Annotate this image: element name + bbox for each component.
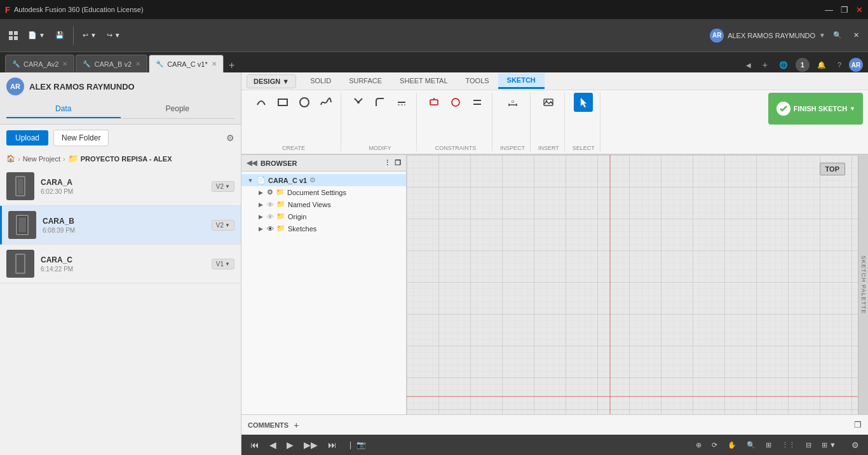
trim-tool[interactable] bbox=[349, 93, 368, 112]
tree-expand-sketches[interactable]: ▶ bbox=[257, 225, 264, 233]
settings-gear-button[interactable]: ⚙ bbox=[849, 439, 862, 451]
file-version-cara-b[interactable]: V2 ▼ bbox=[212, 220, 234, 231]
constraint-tool-1[interactable] bbox=[424, 93, 444, 112]
help-button[interactable]: ? bbox=[834, 58, 845, 71]
browser-header: ◀◀ BROWSER ⋮ ❐ bbox=[241, 155, 406, 172]
canvas-area[interactable]: 375 250 125 -125 -250 -250 -125 bbox=[407, 155, 858, 414]
app-container: 📄 ▼ 💾 ↩ ▼ ↪ ▼ AR ALEX RAMOS RAYMUNDO ▼ 🔍… bbox=[0, 19, 868, 455]
tab-new-button[interactable]: + bbox=[759, 57, 771, 72]
finish-sketch-label: FINISH SKETCH bbox=[794, 105, 847, 112]
file-item-cara-b[interactable]: CARA_B 6:08:39 PM V2 ▼ bbox=[0, 206, 241, 245]
constraint-equal[interactable] bbox=[468, 93, 487, 112]
finish-sketch-arrow: ▼ bbox=[850, 105, 855, 112]
add-comment-button[interactable]: + bbox=[294, 420, 299, 430]
grid-menu-button[interactable] bbox=[5, 29, 22, 43]
browser-title: BROWSER bbox=[261, 160, 297, 167]
finish-sketch-button[interactable]: FINISH SKETCH ▼ bbox=[768, 93, 863, 125]
close-panel-button[interactable]: ✕ bbox=[850, 29, 863, 42]
design-mode-btn[interactable]: DESIGN ▼ bbox=[247, 74, 296, 88]
browser-collapse-btn[interactable]: ◀◀ bbox=[247, 159, 257, 167]
breadcrumb-project-name[interactable]: PROYECTO REPISA - ALEX bbox=[81, 155, 172, 163]
arc-tool[interactable] bbox=[252, 93, 271, 112]
browser-options-icon[interactable]: ⋮ bbox=[384, 159, 391, 167]
view-zoom-button[interactable]: 🔍 bbox=[744, 440, 758, 451]
mode-surface[interactable]: SURFACE bbox=[340, 74, 391, 89]
view-home-button[interactable]: ⊕ bbox=[693, 440, 704, 451]
offset-tool[interactable] bbox=[392, 93, 411, 112]
file-item-cara-a[interactable]: CARA_A 6:02:30 PM V2 ▼ bbox=[0, 167, 241, 206]
spline-tool[interactable] bbox=[316, 93, 336, 112]
mode-tools[interactable]: TOOLS bbox=[457, 74, 498, 89]
breadcrumb-folder-icon: 📁 bbox=[68, 154, 78, 163]
view-grid-button[interactable]: ⋮⋮ bbox=[779, 440, 798, 451]
file-item-cara-c[interactable]: CARA_C 6:14:22 PM V1 ▼ bbox=[0, 245, 241, 283]
tree-origin-label: Origin bbox=[288, 213, 306, 221]
rectangle-tool[interactable] bbox=[273, 93, 292, 112]
people-tab[interactable]: People bbox=[121, 100, 235, 118]
add-tab-button[interactable]: + bbox=[225, 58, 239, 72]
fillet-tool[interactable] bbox=[370, 93, 390, 112]
anim-prev[interactable]: ◀ bbox=[267, 438, 279, 451]
close-button[interactable]: ✕ bbox=[856, 5, 863, 15]
tab-cara-a-close[interactable]: ✕ bbox=[62, 60, 67, 67]
tree-expand-doc[interactable]: ▶ bbox=[257, 189, 264, 196]
tree-item-doc-settings[interactable]: ▶ ⚙ 📁 Document Settings bbox=[241, 186, 406, 198]
tab-online-button[interactable]: 🌐 bbox=[775, 58, 792, 72]
view-display-button[interactable]: ⊟ bbox=[803, 440, 814, 451]
minimize-button[interactable]: — bbox=[825, 5, 833, 15]
anim-next[interactable]: ▶▶ bbox=[301, 438, 320, 451]
user-dropdown-arrow[interactable]: ▼ bbox=[819, 32, 825, 39]
upload-button[interactable]: Upload bbox=[6, 130, 48, 146]
user-avatar: AR bbox=[710, 29, 724, 43]
tree-item-sketches[interactable]: ▶ 👁 📁 Sketches bbox=[241, 222, 406, 234]
anim-last[interactable]: ⏭ bbox=[325, 438, 339, 451]
view-fit-button[interactable]: ⊞ bbox=[763, 440, 774, 451]
restore-button[interactable]: ❐ bbox=[841, 5, 848, 15]
anim-play[interactable]: ▶ bbox=[284, 438, 296, 451]
file-version-cara-c[interactable]: V1 ▼ bbox=[212, 259, 234, 269]
new-button[interactable]: 📄 ▼ bbox=[24, 29, 49, 42]
view-orbit-button[interactable]: ⟳ bbox=[709, 440, 720, 451]
redo-button[interactable]: ↪ ▼ bbox=[103, 29, 125, 42]
tab-cara-a[interactable]: 🔧 CARA_Av2 ✕ bbox=[5, 55, 74, 72]
breadcrumb-home-icon[interactable]: 🏠 bbox=[6, 154, 15, 163]
tree-item-root[interactable]: ▼ 📄 CARA_C v1 ⚙ bbox=[241, 174, 406, 186]
tree-root-gear[interactable]: ⚙ bbox=[309, 176, 316, 184]
tree-item-origin[interactable]: ▶ 👁 📁 Origin bbox=[241, 210, 406, 222]
search-button[interactable]: 🔍 bbox=[829, 29, 846, 42]
tree-expand-origin[interactable]: ▶ bbox=[257, 213, 264, 221]
tab-cara-b[interactable]: 🔧 CARA_B v2 ✕ bbox=[76, 55, 147, 72]
settings-icon[interactable]: ⚙ bbox=[226, 133, 234, 143]
mode-sketch[interactable]: SKETCH bbox=[498, 73, 545, 89]
svg-point-27 bbox=[546, 100, 548, 102]
comments-collapse[interactable]: ❐ bbox=[854, 420, 862, 430]
tree-item-named-views[interactable]: ▶ 👁 📁 Named Views bbox=[241, 198, 406, 210]
tab-nav-prev[interactable]: ◀ bbox=[742, 59, 755, 71]
tree-expand-root[interactable]: ▼ bbox=[247, 177, 254, 184]
circle-tool[interactable] bbox=[295, 93, 314, 112]
notification-button[interactable]: 🔔 bbox=[813, 58, 830, 72]
mode-solid[interactable]: SOLID bbox=[301, 74, 340, 89]
tree-sketches-eye-icon: 👁 bbox=[267, 225, 274, 233]
tab-cara-b-close[interactable]: ✕ bbox=[135, 60, 140, 67]
browser-expand-icon[interactable]: ❐ bbox=[395, 159, 401, 167]
tab-cara-c-close[interactable]: ✕ bbox=[212, 60, 217, 67]
select-tool[interactable] bbox=[574, 93, 593, 112]
new-folder-button[interactable]: New Folder bbox=[53, 130, 109, 146]
sketch-palette-label: SKETCH PALETTE bbox=[860, 255, 867, 314]
mode-sheet-metal[interactable]: SHEET METAL bbox=[391, 74, 456, 89]
breadcrumb-new-project[interactable]: New Project bbox=[23, 155, 60, 163]
insert-image-tool[interactable] bbox=[539, 93, 558, 112]
anim-first[interactable]: ⏮ bbox=[248, 438, 262, 451]
data-tab[interactable]: Data bbox=[6, 100, 121, 118]
view-options-button[interactable]: ⊞ ▼ bbox=[819, 440, 839, 451]
file-version-cara-a[interactable]: V2 ▼ bbox=[212, 181, 234, 192]
undo-button[interactable]: ↩ ▼ bbox=[79, 29, 100, 42]
save-button[interactable]: 💾 bbox=[51, 29, 68, 42]
tab-cara-c[interactable]: 🔧 CARA_C v1* ✕ bbox=[149, 55, 224, 72]
dimension-tool[interactable]: D bbox=[503, 93, 522, 112]
tree-expand-views[interactable]: ▶ bbox=[257, 201, 264, 208]
undo-icon: ↩ bbox=[83, 31, 88, 39]
constraint-circle[interactable] bbox=[446, 93, 465, 112]
view-pan-button[interactable]: ✋ bbox=[725, 440, 739, 451]
